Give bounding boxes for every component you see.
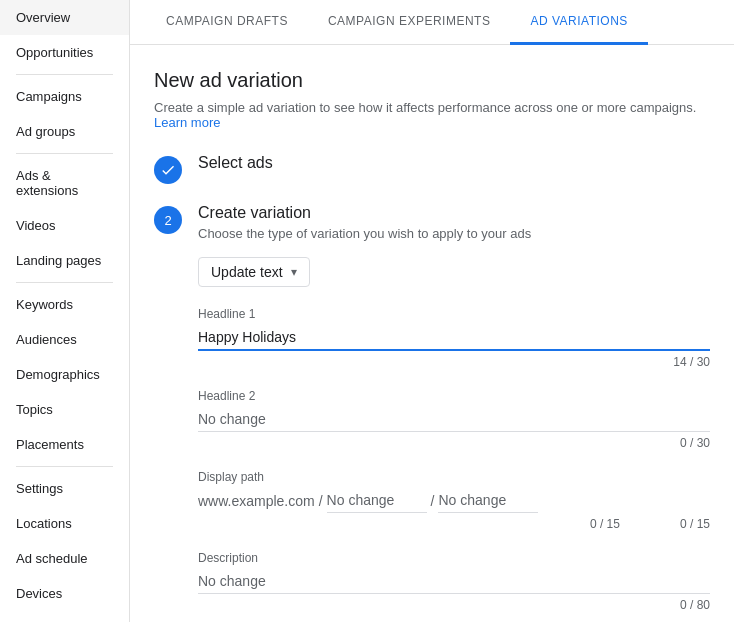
step-2-icon: 2 bbox=[154, 206, 182, 234]
description-label: Description bbox=[198, 551, 710, 565]
sidebar-item-settings[interactable]: Settings bbox=[0, 471, 129, 506]
tab-bar: CAMPAIGN DRAFTS CAMPAIGN EXPERIMENTS AD … bbox=[130, 0, 734, 45]
display-path-counter-1: 0 / 15 bbox=[590, 517, 620, 531]
step-1-content: Select ads bbox=[198, 154, 710, 176]
sidebar-item-ads-extensions[interactable]: Ads & extensions bbox=[0, 158, 129, 208]
display-path-input-2[interactable] bbox=[438, 488, 538, 513]
display-path-static: www.example.com bbox=[198, 493, 315, 509]
display-path-slash-1: / bbox=[319, 493, 323, 509]
display-path-counter-2: 0 / 15 bbox=[680, 517, 710, 531]
sidebar-item-devices[interactable]: Devices bbox=[0, 576, 129, 611]
step-1-label: Select ads bbox=[198, 154, 710, 172]
sidebar-item-demographics[interactable]: Demographics bbox=[0, 357, 129, 392]
display-path-input-1[interactable] bbox=[327, 488, 427, 513]
display-path-counters: 0 / 15 0 / 15 bbox=[198, 517, 710, 531]
description-input[interactable] bbox=[198, 569, 710, 594]
headline1-group: Headline 1 14 / 30 bbox=[198, 307, 710, 369]
display-path-slash-2: / bbox=[431, 493, 435, 509]
display-path-row: www.example.com / / bbox=[198, 488, 710, 513]
description-group: Description 0 / 80 bbox=[198, 551, 710, 612]
tab-campaign-experiments[interactable]: CAMPAIGN EXPERIMENTS bbox=[308, 0, 510, 45]
description-counter: 0 / 80 bbox=[198, 598, 710, 612]
sidebar-item-landing-pages[interactable]: Landing pages bbox=[0, 243, 129, 278]
display-path-group: Display path www.example.com / / 0 / 15 … bbox=[198, 470, 710, 531]
sidebar-item-opportunities[interactable]: Opportunities bbox=[0, 35, 129, 70]
headline1-counter: 14 / 30 bbox=[198, 355, 710, 369]
display-path-label: Display path bbox=[198, 470, 710, 484]
sidebar-divider-2 bbox=[16, 153, 113, 154]
sidebar-item-overview[interactable]: Overview bbox=[0, 0, 129, 35]
sidebar-item-locations[interactable]: Locations bbox=[0, 506, 129, 541]
headline2-counter: 0 / 30 bbox=[198, 436, 710, 450]
sidebar-divider-1 bbox=[16, 74, 113, 75]
headline1-label: Headline 1 bbox=[198, 307, 710, 321]
headline2-input[interactable] bbox=[198, 407, 710, 432]
variation-type-dropdown[interactable]: Update text ▾ bbox=[198, 257, 310, 287]
sidebar-item-campaigns[interactable]: Campaigns bbox=[0, 79, 129, 114]
tab-campaign-drafts[interactable]: CAMPAIGN DRAFTS bbox=[146, 0, 308, 45]
main-content: CAMPAIGN DRAFTS CAMPAIGN EXPERIMENTS AD … bbox=[130, 0, 734, 622]
headline2-label: Headline 2 bbox=[198, 389, 710, 403]
variation-type-value: Update text bbox=[211, 264, 283, 280]
headline1-input[interactable] bbox=[198, 325, 710, 351]
sidebar-divider-3 bbox=[16, 282, 113, 283]
sidebar-item-placements[interactable]: Placements bbox=[0, 427, 129, 462]
step-2: 2 Create variation Choose the type of va… bbox=[154, 204, 710, 622]
step-1-icon bbox=[154, 156, 182, 184]
sidebar-item-ad-schedule[interactable]: Ad schedule bbox=[0, 541, 129, 576]
sidebar-item-audiences[interactable]: Audiences bbox=[0, 322, 129, 357]
step-2-content: Create variation Choose the type of vari… bbox=[198, 204, 710, 622]
content-area: New ad variation Create a simple ad vari… bbox=[130, 45, 734, 622]
tab-ad-variations[interactable]: AD VARIATIONS bbox=[510, 0, 647, 45]
sidebar-item-videos[interactable]: Videos bbox=[0, 208, 129, 243]
sidebar-item-ad-groups[interactable]: Ad groups bbox=[0, 114, 129, 149]
step-2-label: Create variation bbox=[198, 204, 710, 222]
chevron-down-icon: ▾ bbox=[291, 265, 297, 279]
learn-more-link[interactable]: Learn more bbox=[154, 115, 220, 130]
sidebar: Overview Opportunities Campaigns Ad grou… bbox=[0, 0, 130, 622]
sidebar-divider-4 bbox=[16, 466, 113, 467]
sidebar-item-keywords[interactable]: Keywords bbox=[0, 287, 129, 322]
step-1: Select ads bbox=[154, 154, 710, 184]
page-subtitle: Create a simple ad variation to see how … bbox=[154, 100, 710, 130]
checkmark-icon bbox=[160, 162, 176, 178]
headline2-group: Headline 2 0 / 30 bbox=[198, 389, 710, 450]
sidebar-item-topics[interactable]: Topics bbox=[0, 392, 129, 427]
step-2-description: Choose the type of variation you wish to… bbox=[198, 226, 710, 241]
page-title: New ad variation bbox=[154, 69, 710, 92]
